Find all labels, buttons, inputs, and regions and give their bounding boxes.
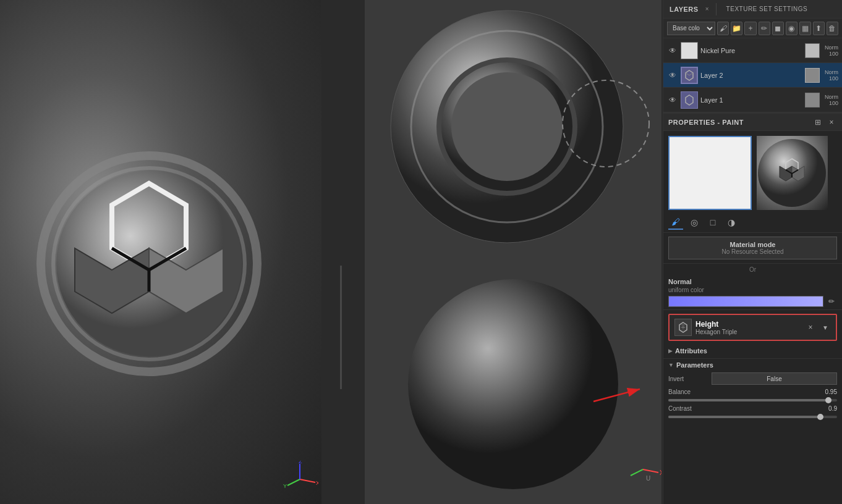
layer-eye-layer2[interactable]: 👁 xyxy=(667,70,678,81)
layer-opacity-layer1: 100 xyxy=(825,100,838,106)
layer-name-layer2: Layer 2 xyxy=(700,72,802,79)
height-icon xyxy=(674,319,692,336)
svg-marker-39 xyxy=(686,95,693,105)
height-dropdown-icon[interactable]: ▼ xyxy=(820,322,831,333)
tab-separator xyxy=(716,3,717,15)
layer-blend-nickel-pure: Norm xyxy=(825,44,838,51)
svg-line-10 xyxy=(287,479,300,485)
normal-color-bar[interactable] xyxy=(668,296,823,307)
balance-slider-track[interactable] xyxy=(668,399,837,401)
parameters-arrow-icon: ▼ xyxy=(668,362,674,368)
material-mode-subtitle: No Resource Selected xyxy=(675,248,830,255)
parameters-section: ▼ Parameters Invert False Balance 0.95 xyxy=(663,359,842,421)
color-edit-icon[interactable]: ✏ xyxy=(826,296,837,307)
svg-text:Z: Z xyxy=(299,461,302,464)
layer-name-layer1: Layer 1 xyxy=(700,96,802,104)
layer-row-layer1[interactable]: 👁 Layer 1 Norm 100 xyxy=(663,88,842,112)
properties-title: PROPERTIES - PAINT xyxy=(668,119,744,126)
checkerboard-icon[interactable]: ▦ xyxy=(799,22,811,35)
layers-tab-close[interactable]: × xyxy=(702,4,712,14)
balance-value: 0.95 xyxy=(812,388,837,395)
folder-icon[interactable]: 📁 xyxy=(731,22,742,35)
contrast-param-row: Contrast 0.9 xyxy=(668,405,837,412)
layer-eye-nickel-pure[interactable]: 👁 xyxy=(667,45,678,56)
blend-mode-select[interactable]: Base colo xyxy=(667,22,715,35)
tool-icons-row: 🖌 ◎ □ ◑ xyxy=(663,212,842,233)
layer-opacity-layer2: 100 xyxy=(825,75,838,82)
svg-rect-15 xyxy=(340,266,342,389)
svg-text:U: U xyxy=(646,475,650,482)
layer-mask-layer1 xyxy=(805,93,820,107)
normal-subtitle: uniform color xyxy=(668,287,837,293)
layer-blend-layer1: Norm xyxy=(825,94,838,100)
height-close-button[interactable]: × xyxy=(805,322,816,333)
layers-tab-label[interactable]: LAYERS xyxy=(663,2,705,17)
svg-text:X: X xyxy=(316,480,318,486)
contrast-slider-thumb[interactable] xyxy=(817,414,823,420)
contrast-slider-track[interactable] xyxy=(668,416,837,418)
viewport-divider xyxy=(321,0,365,504)
preview-thumb-sphere xyxy=(757,136,828,210)
properties-header: PROPERTIES - PAINT ⊞ × xyxy=(663,114,842,131)
contrast-slider-row xyxy=(668,416,837,418)
layers-list: 👁 Nickel Pure Norm 100 👁 Layer 2 N xyxy=(663,38,842,112)
layer-eye-layer1[interactable]: 👁 xyxy=(667,94,678,106)
brush-icon[interactable]: 🖌 xyxy=(717,22,729,35)
normal-section: Normal uniform color ✏ xyxy=(663,275,842,310)
pencil-icon[interactable]: ✏ xyxy=(759,22,770,35)
close-properties-icon[interactable]: × xyxy=(826,117,837,128)
sphere-tool-icon[interactable]: ◑ xyxy=(724,215,739,230)
hexagon-logo-svg xyxy=(32,146,266,381)
svg-line-32 xyxy=(631,469,643,476)
brush-tool-icon[interactable]: 🖌 xyxy=(668,215,683,230)
layer-row-layer2[interactable]: 👁 Layer 2 Norm 100 xyxy=(663,63,842,88)
layer-row-nickel-pure[interactable]: 👁 Nickel Pure Norm 100 xyxy=(663,38,842,63)
svg-line-9 xyxy=(300,479,315,482)
layer-thumb-layer1 xyxy=(681,91,698,109)
properties-actions: ⊞ × xyxy=(812,117,837,128)
layer-mask-nickel-pure xyxy=(805,43,820,58)
or-divider: Or xyxy=(663,264,842,275)
invert-false-button[interactable]: False xyxy=(712,372,837,385)
texture-set-tab-label[interactable]: TEXTURE SET SETTINGS xyxy=(720,2,814,16)
material-mode-box[interactable]: Material mode No Resource Selected xyxy=(668,237,837,259)
square-tool-icon[interactable]: □ xyxy=(705,215,720,230)
contrast-value: 0.9 xyxy=(812,405,837,412)
preview-thumb-main xyxy=(668,136,752,210)
layer-opacity-nickel-pure: 100 xyxy=(825,51,838,57)
viewport-right: X U xyxy=(365,0,661,504)
material-mode-section: Material mode No Resource Selected xyxy=(663,233,842,264)
contrast-slider-fill xyxy=(668,416,820,418)
material-mode-title: Material mode xyxy=(675,241,830,248)
normal-title: Normal xyxy=(668,278,837,285)
circle-tool-icon[interactable]: ◎ xyxy=(687,215,702,230)
import-icon[interactable]: ⬆ xyxy=(813,22,825,35)
invert-label: Invert xyxy=(668,376,712,382)
svg-marker-49 xyxy=(681,326,686,329)
trash-icon[interactable]: 🗑 xyxy=(827,22,838,35)
fill-icon[interactable]: ◼ xyxy=(772,22,784,35)
layers-header: LAYERS × TEXTURE SET SETTINGS xyxy=(663,0,842,19)
parameters-header[interactable]: ▼ Parameters xyxy=(668,361,837,369)
balance-slider-fill xyxy=(668,399,828,401)
sphere-icon[interactable]: ◉ xyxy=(786,22,797,35)
svg-line-37 xyxy=(686,73,689,75)
svg-text:Y: Y xyxy=(283,483,287,489)
layer-blend-layer2: Norm xyxy=(825,69,838,75)
properties-panel: PROPERTIES - PAINT ⊞ × xyxy=(663,112,842,504)
balance-slider-thumb[interactable] xyxy=(825,397,831,403)
new-layer-icon[interactable]: + xyxy=(744,22,756,35)
axes-indicator: X Y Z xyxy=(281,461,318,492)
invert-param-row: Invert False xyxy=(668,372,837,385)
svg-point-28 xyxy=(408,279,618,489)
layer-name-nickel-pure: Nickel Pure xyxy=(700,47,802,54)
attributes-header[interactable]: ▶ Attributes xyxy=(668,347,837,355)
svg-line-38 xyxy=(689,73,693,75)
expand-icon[interactable]: ⊞ xyxy=(812,117,823,128)
attributes-title: Attributes xyxy=(675,347,707,355)
height-section: Height Hexagon Triple × ▼ xyxy=(668,314,837,341)
svg-text:X: X xyxy=(660,469,661,476)
attributes-section: ▶ Attributes xyxy=(663,345,842,359)
preview-row xyxy=(663,131,842,212)
right-panel: LAYERS × TEXTURE SET SETTINGS Base colo … xyxy=(663,0,842,504)
